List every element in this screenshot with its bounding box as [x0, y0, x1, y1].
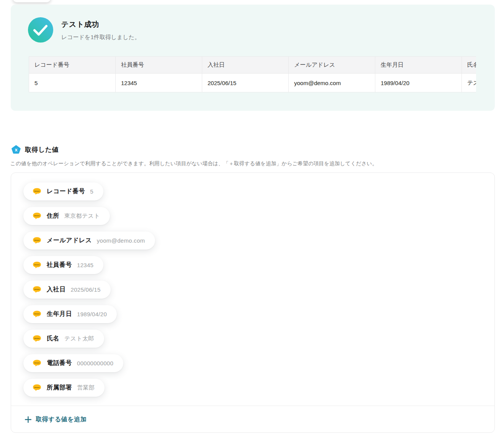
retrieved-values-card: kintone レコード番号 5 kintone 住所 東京都テスト kinto… [11, 172, 495, 433]
svg-text:kintone: kintone [34, 239, 40, 241]
plus-icon [25, 416, 31, 423]
kintone-icon: kintone [33, 188, 41, 195]
chip-label: メールアドレス [47, 237, 92, 245]
chip-label: 入社日 [47, 286, 66, 294]
success-title: テスト成功 [61, 20, 99, 30]
chip-label: 電話番号 [47, 359, 72, 367]
svg-text:x: x [15, 147, 18, 153]
table-cell: yoom@demo.com [289, 74, 375, 92]
partial-top-button[interactable] [13, 0, 51, 2]
success-check-badge [28, 17, 53, 43]
kintone-icon: kintone [33, 335, 41, 342]
table-row: 5 12345 2025/06/15 yoom@demo.com 1989/04… [29, 74, 476, 92]
x-pentagon-icon: x [11, 145, 21, 154]
retrieved-values-header: x 取得した値 [11, 145, 59, 154]
record-table-clip: レコード番号 社員番号 入社日 メールアドレス 生年月日 氏名 5 12345 … [29, 56, 476, 93]
add-value-label: 取得する値を追加 [36, 416, 87, 424]
svg-text:kintone: kintone [34, 337, 40, 339]
record-table: レコード番号 社員番号 入社日 メールアドレス 生年月日 氏名 5 12345 … [29, 56, 476, 92]
kintone-icon: kintone [33, 261, 41, 269]
value-chip-name[interactable]: kintone 氏名 テスト太郎 [23, 330, 104, 348]
svg-text:kintone: kintone [34, 264, 40, 266]
chip-value: 5 [90, 188, 93, 195]
retrieved-values-description: この値を他のオペレーションで利用することができます。利用したい項目がない場合は、… [10, 160, 377, 167]
value-chip-department[interactable]: kintone 所属部署 営業部 [23, 379, 105, 397]
svg-text:kintone: kintone [34, 288, 40, 290]
table-cell: テスト太郎 [462, 74, 476, 92]
col-header: レコード番号 [29, 57, 116, 74]
kintone-icon: kintone [33, 310, 41, 318]
svg-text:kintone: kintone [34, 215, 40, 217]
svg-text:kintone: kintone [34, 362, 40, 364]
kintone-icon: kintone [33, 237, 41, 244]
chip-label: レコード番号 [47, 187, 85, 196]
table-cell: 1989/04/20 [375, 74, 462, 92]
retrieved-values-title: 取得した値 [25, 145, 59, 154]
kintone-icon: kintone [33, 384, 41, 391]
value-chip-hire-date[interactable]: kintone 入社日 2025/06/15 [23, 281, 111, 299]
chip-value: 東京都テスト [64, 212, 100, 220]
check-icon [28, 17, 53, 43]
value-chip-record-number[interactable]: kintone レコード番号 5 [23, 182, 103, 200]
table-cell: 2025/06/15 [202, 74, 289, 92]
chip-label: 氏名 [47, 335, 59, 343]
value-chip-address[interactable]: kintone 住所 東京都テスト [23, 207, 110, 225]
kintone-icon: kintone [33, 360, 41, 367]
values-card-footer: 取得する値を追加 [11, 406, 494, 433]
chip-value: 2025/06/15 [71, 286, 101, 293]
col-header: メールアドレス [289, 57, 375, 74]
kintone-icon: kintone [33, 286, 41, 293]
col-header: 生年月日 [375, 57, 462, 74]
value-chip-phone-number[interactable]: kintone 電話番号 00000000000 [23, 354, 123, 372]
table-header-row: レコード番号 社員番号 入社日 メールアドレス 生年月日 氏名 [29, 57, 476, 74]
success-subtitle: レコードを1件取得しました。 [61, 34, 140, 41]
test-success-card: テスト成功 レコードを1件取得しました。 レコード番号 社員番号 入社日 メール… [11, 5, 495, 111]
svg-text:kintone: kintone [34, 190, 40, 192]
chip-value: yoom@demo.com [97, 237, 145, 244]
value-chip-employee-number[interactable]: kintone 社員番号 12345 [23, 256, 103, 274]
value-chip-list: kintone レコード番号 5 kintone 住所 東京都テスト kinto… [23, 182, 155, 397]
chip-value: テスト太郎 [64, 335, 94, 342]
col-header: 社員番号 [116, 57, 202, 74]
chip-label: 社員番号 [47, 261, 72, 269]
chip-value: 営業部 [77, 384, 95, 391]
chip-value: 00000000000 [77, 360, 113, 366]
chip-label: 生年月日 [47, 310, 72, 318]
col-header: 氏名 [462, 57, 476, 74]
chip-value: 12345 [77, 262, 93, 268]
col-header: 入社日 [202, 57, 289, 74]
table-cell: 12345 [116, 74, 202, 92]
chip-value: 1989/04/20 [77, 311, 107, 317]
svg-text:kintone: kintone [34, 386, 40, 388]
chip-label: 所属部署 [47, 384, 72, 392]
value-chip-birth-date[interactable]: kintone 生年月日 1989/04/20 [23, 305, 117, 323]
table-cell: 5 [29, 74, 116, 92]
chip-label: 住所 [47, 212, 59, 220]
value-chip-email[interactable]: kintone メールアドレス yoom@demo.com [23, 232, 155, 250]
svg-text:kintone: kintone [34, 313, 40, 315]
kintone-icon: kintone [33, 212, 41, 220]
add-value-button[interactable]: 取得する値を追加 [25, 416, 87, 424]
